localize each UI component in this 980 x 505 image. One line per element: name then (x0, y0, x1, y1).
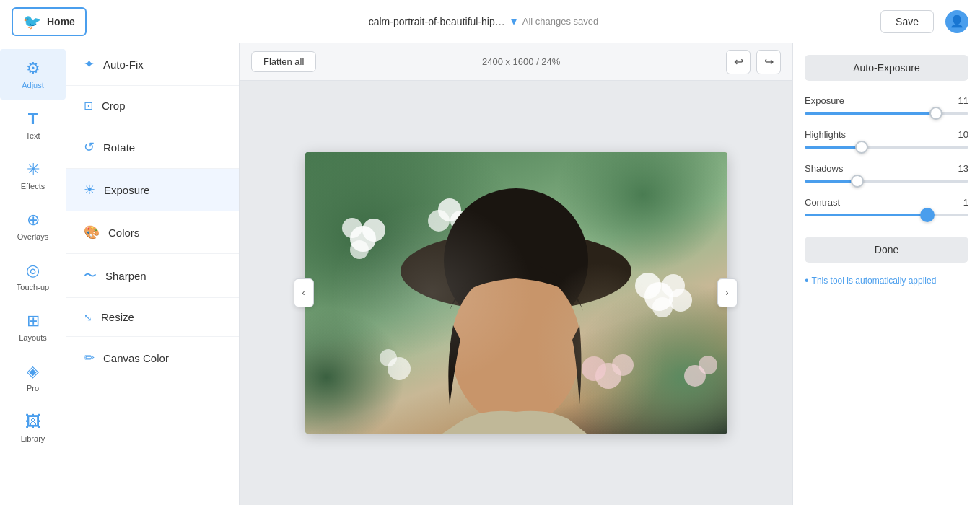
collapse-right-button[interactable]: › (717, 278, 738, 307)
sidebar-item-layouts[interactable]: ⊞ Layouts (0, 302, 66, 352)
auto-note-text: This tool is automatically applied (812, 276, 937, 286)
photo-image (305, 152, 727, 434)
filename-dropdown-icon[interactable]: ▾ (511, 14, 517, 28)
highlights-thumb[interactable] (855, 141, 868, 154)
sidebar-item-adjust[interactable]: ⚙ Adjust (0, 49, 66, 100)
photo-wrapper: ‹ (305, 152, 727, 434)
canvascolor-label: Canvas Color (103, 352, 169, 364)
tool-exposure[interactable]: ☀ Exposure (66, 169, 239, 211)
sharpen-icon: 〜 (84, 267, 97, 284)
layouts-icon: ⊞ (27, 312, 40, 330)
contrast-slider-section: Contrast 1 (805, 197, 968, 219)
shadows-track (805, 180, 968, 183)
tool-sharpen[interactable]: 〜 Sharpen (66, 254, 239, 298)
contrast-fill (805, 214, 927, 216)
done-button[interactable]: Done (805, 237, 968, 263)
save-status: All changes saved (522, 16, 599, 27)
colors-icon: 🎨 (84, 224, 100, 240)
bird-icon: 🐦 (23, 13, 41, 30)
touchup-label: Touch-up (17, 283, 49, 291)
flatten-button[interactable]: Flatten all (251, 51, 316, 72)
highlights-slider-header: Highlights 10 (805, 129, 968, 140)
text-label: Text (25, 131, 40, 140)
adjust-icon: ⚙ (26, 59, 40, 78)
undo-button[interactable]: ↩ (726, 50, 751, 74)
main-wrapper: ⚙ Adjust T Text ✳ Effects ⊕ Overlays ◎ T… (0, 43, 980, 505)
exposure-track (805, 112, 968, 115)
collapse-left-button[interactable]: ‹ (294, 278, 314, 307)
topbar-right: Save 👤 (880, 10, 968, 33)
save-button[interactable]: Save (880, 10, 934, 33)
tool-resize[interactable]: ⤡ Resize (66, 298, 239, 337)
autofix-label: Auto-Fix (103, 58, 144, 71)
right-panel: Auto-Exposure Exposure 11 Highlights 10 (792, 43, 980, 505)
exposure-slider-header: Exposure 11 (805, 95, 968, 106)
contrast-thumb[interactable] (920, 208, 935, 222)
sharpen-label: Sharpen (105, 270, 146, 282)
sidebar-item-effects[interactable]: ✳ Effects (0, 150, 66, 201)
contrast-label: Contrast (805, 197, 840, 208)
sidebar-item-library[interactable]: 🖼 Library (0, 403, 66, 453)
sidebar-item-text[interactable]: T Text (0, 100, 66, 150)
exposure-label: Exposure (805, 95, 844, 106)
home-button[interactable]: 🐦 Home (12, 7, 87, 36)
redo-button[interactable]: ↪ (756, 50, 781, 74)
exposure-thumb[interactable] (929, 107, 942, 120)
canvascolor-icon: ✏ (84, 350, 95, 366)
crop-icon: ⊡ (84, 99, 93, 113)
avatar[interactable]: 👤 (945, 10, 968, 33)
tools-panel: ✦ Auto-Fix ⊡ Crop ↺ Rotate ☀ Exposure 🎨 … (66, 43, 240, 505)
undo-icon: ↩ (734, 55, 743, 69)
shadows-value: 13 (958, 163, 968, 174)
effects-label: Effects (21, 182, 45, 190)
highlights-fill (805, 146, 862, 149)
canvas-actions: ↩ ↪ (726, 50, 781, 74)
highlights-slider-section: Highlights 10 (805, 129, 968, 152)
rotate-icon: ↺ (84, 139, 95, 155)
photo-overlay (305, 152, 727, 434)
pro-label: Pro (27, 384, 39, 392)
layouts-label: Layouts (19, 333, 47, 342)
tool-colors[interactable]: 🎨 Colors (66, 211, 239, 254)
pro-icon: ◈ (27, 362, 39, 381)
shadows-label: Shadows (805, 163, 843, 174)
library-icon: 🖼 (25, 413, 41, 431)
left-sidebar: ⚙ Adjust T Text ✳ Effects ⊕ Overlays ◎ T… (0, 43, 66, 505)
shadows-slider-section: Shadows 13 (805, 163, 968, 185)
photo-container (305, 152, 727, 434)
tool-rotate[interactable]: ↺ Rotate (66, 126, 239, 169)
auto-exposure-button[interactable]: Auto-Exposure (805, 55, 968, 81)
adjust-label: Adjust (22, 81, 44, 89)
colors-label: Colors (108, 227, 139, 239)
canvas-area: Flatten all 2400 x 1600 / 24% ↩ ↪ ‹ (240, 43, 792, 505)
canvas-content: ‹ (240, 81, 792, 505)
effects-icon: ✳ (27, 160, 40, 179)
rotate-label: Rotate (103, 141, 135, 154)
shadows-thumb[interactable] (851, 175, 864, 188)
redo-icon: ↪ (764, 55, 774, 69)
filename-label: calm-portrait-of-beautiful-hip… (369, 16, 505, 27)
crop-label: Crop (102, 100, 126, 112)
tool-crop[interactable]: ⊡ Crop (66, 86, 239, 126)
tool-canvascolor[interactable]: ✏ Canvas Color (66, 337, 239, 379)
highlights-value: 10 (958, 129, 968, 140)
contrast-slider-header: Contrast 1 (805, 197, 968, 208)
overlays-icon: ⊕ (27, 211, 40, 229)
overlays-label: Overlays (17, 232, 48, 241)
topbar: 🐦 Home calm-portrait-of-beautiful-hip… ▾… (0, 0, 980, 43)
sidebar-item-touchup[interactable]: ◎ Touch-up (0, 251, 66, 302)
resize-label: Resize (101, 311, 134, 323)
contrast-track (805, 214, 968, 216)
exposure-icon: ☀ (84, 182, 95, 198)
tool-autofix[interactable]: ✦ Auto-Fix (66, 43, 239, 86)
sidebar-item-overlays[interactable]: ⊕ Overlays (0, 201, 66, 251)
shadows-slider-header: Shadows 13 (805, 163, 968, 174)
contrast-value: 1 (963, 197, 968, 208)
auto-note: This tool is automatically applied (805, 274, 968, 287)
exposure-fill (805, 112, 936, 115)
highlights-track (805, 146, 968, 149)
sidebar-item-pro[interactable]: ◈ Pro (0, 352, 66, 403)
touchup-icon: ◎ (26, 261, 40, 280)
library-label: Library (21, 434, 45, 443)
resize-icon: ⤡ (84, 312, 92, 323)
